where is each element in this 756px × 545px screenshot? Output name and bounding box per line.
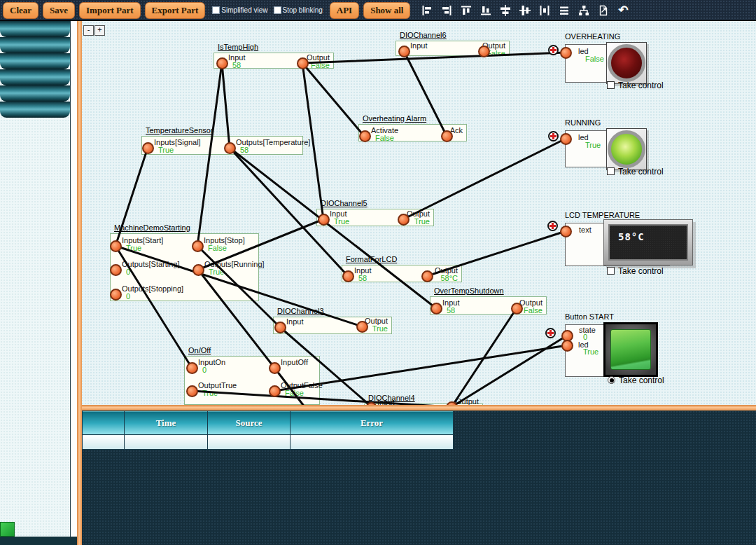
port-formatforlcd-output[interactable] <box>421 270 433 282</box>
align-bottom-icon[interactable] <box>480 5 491 16</box>
take-control-radio[interactable] <box>608 376 615 384</box>
api-button[interactable]: API <box>330 2 359 19</box>
error-table-header-source: Source <box>208 411 290 435</box>
toolbar-button-group: ClearSaveImport PartExport Part <box>3 2 205 19</box>
port-on-off-inputon[interactable] <box>186 362 198 374</box>
sidebar-part-bar[interactable] <box>0 85 70 102</box>
sidebar-part-bar[interactable] <box>0 37 70 53</box>
align-top-icon[interactable] <box>461 5 472 16</box>
port-label-outputs-stopping: Outputs[Stopping] <box>122 284 183 293</box>
toolbar-align-icons: ↶ <box>421 5 629 16</box>
port-overheating-alarm-activate[interactable] <box>359 130 371 142</box>
panel-port-value-led: True <box>585 141 601 149</box>
error-log-section: TimeSourceError <box>82 405 756 545</box>
port-value-output: True <box>316 217 430 226</box>
zoom-controls: - + <box>83 25 105 36</box>
probe-crosshair-icon[interactable] <box>548 131 559 142</box>
port-istemphigh-output[interactable] <box>297 57 309 69</box>
clear-button[interactable]: Clear <box>3 2 38 19</box>
sidebar-part-bar[interactable] <box>0 69 70 85</box>
panel-title-button-start: Button START <box>565 312 614 321</box>
port-diochannel5-output[interactable] <box>398 214 410 226</box>
sidebar-part-bar[interactable] <box>0 21 70 37</box>
take-control-label: Take control <box>618 266 664 276</box>
port-temperaturesensor-inputs-signal[interactable] <box>142 142 154 154</box>
node-title-temperaturesensor: TemperatureSensor <box>146 126 214 134</box>
port-button-start-led[interactable] <box>561 340 573 352</box>
node-title-machinedemostarting: MachineDemoStarting <box>114 223 190 232</box>
lcd-display: 58°C <box>603 219 693 265</box>
port-machinedemostarting-outputs-starting[interactable] <box>110 264 122 276</box>
node-title-istemphigh: IsTempHigh <box>218 43 258 51</box>
port-istemphigh-input[interactable] <box>216 57 228 69</box>
undo-icon[interactable]: ↶ <box>617 5 629 16</box>
sidebar-gutter <box>71 21 77 545</box>
error-table-header-spacer <box>83 411 125 435</box>
simplified-view-checkbox-box[interactable] <box>212 6 220 14</box>
start-push-button-face[interactable] <box>610 329 651 370</box>
port-diochannel5-input[interactable] <box>318 214 330 226</box>
show-all-button[interactable]: Show all <box>363 2 410 19</box>
stop-blinking-checkbox-box[interactable] <box>274 6 281 14</box>
probe-crosshair-icon[interactable] <box>548 45 559 55</box>
start-push-button[interactable] <box>603 322 658 377</box>
zoom-out-button[interactable]: - <box>83 25 94 36</box>
error-table-cell <box>83 435 125 450</box>
stop-blinking-checkbox[interactable]: Stop blinking <box>274 6 323 14</box>
panel-port-value-led: False <box>585 55 604 63</box>
export-diagram-icon[interactable] <box>598 5 609 16</box>
probe-crosshair-icon[interactable] <box>545 328 556 338</box>
port-on-off-outputtrue[interactable] <box>186 385 198 397</box>
save-button[interactable]: Save <box>43 2 75 19</box>
port-machinedemostarting-outputs-running[interactable] <box>192 264 204 276</box>
probe-crosshair-icon[interactable] <box>547 221 558 231</box>
port-machinedemostarting-outputs-stopping[interactable] <box>110 289 122 301</box>
port-formatforlcd-input[interactable] <box>342 270 354 282</box>
take-control-checkbox[interactable] <box>607 167 615 175</box>
error-table-header-time: Time <box>125 411 208 435</box>
port-value-output: 58°C <box>342 274 458 282</box>
port-on-off-inputoff[interactable] <box>269 362 281 374</box>
port-machinedemostarting-inputs-stop[interactable] <box>192 240 204 252</box>
led-green-indicator <box>606 128 647 170</box>
distribute-vertical-icon[interactable] <box>559 5 570 16</box>
take-control-checkbox[interactable] <box>607 81 615 89</box>
horizontal-splitter[interactable] <box>82 405 756 411</box>
simplified-view-checkbox[interactable]: Simplified view <box>212 6 267 14</box>
align-center-horizontal-icon[interactable] <box>519 5 531 16</box>
distribute-horizontal-icon[interactable] <box>539 5 550 16</box>
port-overtempshutdown-input[interactable] <box>430 303 442 315</box>
port-on-off-outputfalse[interactable] <box>269 385 281 397</box>
port-overtempshutdown-output[interactable] <box>511 303 523 315</box>
stop-blinking-label: Stop blinking <box>283 6 323 14</box>
port-diochannel6-input[interactable] <box>398 46 410 57</box>
port-value-activate: False <box>375 134 394 142</box>
port-overheating-alarm-ack[interactable] <box>441 130 453 142</box>
port-running-led[interactable] <box>560 133 572 145</box>
take-control-checkbox[interactable] <box>607 267 615 275</box>
auto-layout-icon[interactable] <box>578 5 589 16</box>
port-machinedemostarting-inputs-start[interactable] <box>110 240 122 252</box>
align-center-vertical-icon[interactable] <box>500 5 511 16</box>
port-diochannel6-output[interactable] <box>478 46 490 57</box>
panel-title-lcd-temperature: LCD TEMPERATURE <box>565 211 640 219</box>
port-value-inputs-signal: True <box>158 146 174 154</box>
port-diochannel3-output[interactable] <box>356 321 368 333</box>
import-part-button[interactable]: Import Part <box>79 2 141 19</box>
zoom-in-button[interactable]: + <box>94 25 105 36</box>
port-label-inputoff: InputOff <box>281 358 308 366</box>
align-right-icon[interactable] <box>441 5 452 16</box>
vertical-splitter[interactable] <box>77 21 82 545</box>
export-part-button[interactable]: Export Part <box>145 2 206 19</box>
led-red <box>608 44 645 82</box>
port-diochannel3-input[interactable] <box>274 322 286 333</box>
error-table-header-error: Error <box>290 411 454 435</box>
align-left-icon[interactable] <box>421 5 433 16</box>
take-control-checked-dot <box>610 378 614 382</box>
port-overheating-led[interactable] <box>560 47 572 59</box>
port-lcd-temperature-text[interactable] <box>560 226 572 237</box>
sidebar-part-bar[interactable] <box>0 102 70 118</box>
node-title-formatforlcd: FormatForLCD <box>346 255 397 263</box>
port-temperaturesensor-outputs-temperature[interactable] <box>224 142 236 154</box>
sidebar-part-bar[interactable] <box>0 53 70 69</box>
